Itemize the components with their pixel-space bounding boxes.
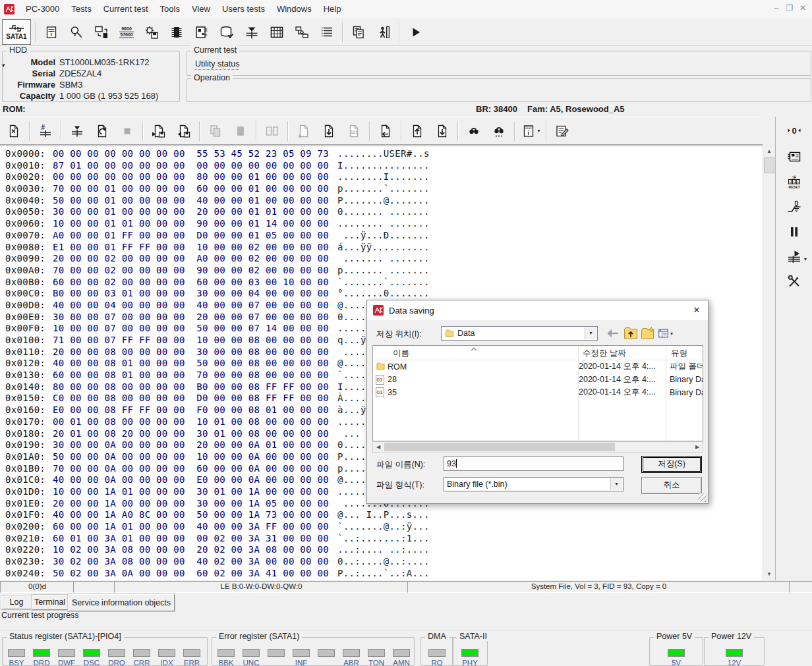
column-name[interactable]: 이름 xyxy=(393,348,409,359)
file-type-dropdown[interactable]: ▼ xyxy=(610,478,622,490)
numbers-icon[interactable]: 123 xyxy=(341,119,366,143)
hex-bytes[interactable]: E1 00 00 01 FF FF 00 00 10 00 00 02 00 0… xyxy=(53,242,329,254)
card-icon[interactable] xyxy=(783,146,805,167)
pause-icon[interactable] xyxy=(783,221,805,242)
up-folder-icon[interactable] xyxy=(623,325,639,341)
hex-bytes[interactable]: 30 00 00 0A 00 00 00 00 20 00 00 0A 01 0… xyxy=(53,439,329,451)
hex-bytes[interactable]: 60 00 00 1A 01 00 00 00 40 00 00 3A FF 0… xyxy=(53,521,329,533)
hex-ascii[interactable]: ...:.... ..:.... xyxy=(337,544,430,556)
view-menu-icon[interactable]: ▾ xyxy=(657,325,673,341)
send-icon[interactable] xyxy=(291,119,316,143)
compare-icon[interactable] xyxy=(260,119,285,143)
hex-bytes[interactable]: 20 00 00 02 00 00 00 00 A0 00 00 02 00 0… xyxy=(53,253,329,265)
object-info-icon[interactable]: 0110i▾ xyxy=(518,119,543,143)
hex-bytes[interactable]: E0 00 00 08 FF FF 00 00 F0 00 00 08 01 0… xyxy=(53,404,329,416)
table-icon[interactable] xyxy=(264,20,289,44)
address-columns-icon[interactable]: # xyxy=(33,119,58,143)
report-list-icon[interactable] xyxy=(314,20,339,44)
hex-ascii[interactable]: P.......@....... xyxy=(337,195,430,207)
find-next-icon[interactable] xyxy=(486,119,511,143)
hex-row[interactable]: 0x0020:00 00 00 00 00 00 00 00 80 00 00 … xyxy=(0,171,763,183)
hex-bytes[interactable]: 60 00 00 08 01 00 00 00 70 00 00 08 00 0… xyxy=(53,370,329,381)
hex-bytes[interactable]: 40 00 00 0A 00 00 00 00 E0 00 00 0A 00 0… xyxy=(53,474,329,486)
menu-item-current-test[interactable]: Current test xyxy=(98,0,154,18)
tab-log[interactable]: Log xyxy=(1,596,32,609)
next-object-icon[interactable] xyxy=(430,119,455,143)
hex-bytes[interactable]: 00 00 00 00 00 00 00 00 55 53 45 52 23 0… xyxy=(53,148,329,160)
column-type[interactable]: 유형 xyxy=(671,348,687,359)
hex-bytes[interactable]: 71 00 00 07 FF FF 00 00 10 00 00 08 00 0… xyxy=(53,335,329,347)
menu-item-tests[interactable]: Tests xyxy=(65,0,97,18)
lamp-icon[interactable] xyxy=(64,20,89,44)
hex-row[interactable]: 0x0210:60 01 00 3A 01 00 00 00 00 02 00 … xyxy=(0,533,763,545)
hex-ascii[interactable]: ...ÿ...Ð....... xyxy=(337,230,430,242)
hex-row[interactable]: 0x00B0:60 00 00 02 00 00 00 00 60 00 00 … xyxy=(0,277,763,289)
menu-item-users-tests[interactable]: Users tests xyxy=(216,0,271,18)
rom-chip-icon[interactable] xyxy=(164,20,189,44)
database-icon[interactable] xyxy=(214,20,239,44)
new-folder-icon[interactable] xyxy=(640,325,656,341)
back-icon[interactable] xyxy=(604,325,620,341)
column-date[interactable]: 수정한 날짜 xyxy=(583,348,626,359)
hex-bytes[interactable]: 30 00 00 01 00 00 00 00 20 00 00 01 01 0… xyxy=(53,206,329,218)
menu-item-tools[interactable]: Tools xyxy=(154,0,186,18)
menu-item-windows[interactable]: Windows xyxy=(271,0,318,18)
board-test-icon[interactable] xyxy=(189,20,214,44)
file-row-rom[interactable]: ROM2020-01-14 오후 4:...파일 폴더 xyxy=(373,360,703,374)
save-button[interactable]: 저장(S) xyxy=(641,456,702,473)
hex-bytes[interactable]: 70 00 00 0A 00 00 00 00 60 00 00 0A 00 0… xyxy=(53,463,329,475)
save-to-file-icon[interactable] xyxy=(146,119,171,143)
file-row-28[interactable]: 01282020-01-14 오후 4:...Binary Dat xyxy=(373,374,703,387)
hex-bytes[interactable]: 50 00 00 01 00 00 00 00 40 00 00 01 00 0… xyxy=(53,195,329,207)
hex-bytes[interactable]: 30 00 00 07 00 00 00 00 20 00 00 07 00 0… xyxy=(53,312,329,323)
file-name-input[interactable]: 93 xyxy=(444,457,624,471)
file-list-horizontal-scrollbar[interactable]: ◀ ▶ xyxy=(372,441,703,453)
edit-icon[interactable] xyxy=(550,119,575,143)
refresh-icon[interactable] xyxy=(90,119,115,143)
hex-ascii[interactable]: ....... ....... xyxy=(337,253,430,265)
menu-item-pc-3000[interactable]: PC-3000 xyxy=(20,0,65,18)
tab-terminal[interactable]: Terminal xyxy=(32,595,68,610)
scroll-down-button[interactable]: ▼ xyxy=(764,569,774,580)
hex-row[interactable]: 0x0050:30 00 00 01 00 00 00 00 20 00 00 … xyxy=(0,206,763,218)
export-icon[interactable] xyxy=(373,119,398,143)
hex-bytes[interactable]: 70 00 00 01 00 00 00 00 60 00 00 01 00 0… xyxy=(53,183,329,195)
hex-ascii[interactable]: 0..:....@..:.... xyxy=(337,556,430,568)
terminal-zero-icon[interactable]: 0 xyxy=(783,120,805,141)
cancel-button[interactable]: 취소 xyxy=(641,477,702,494)
hex-bytes[interactable]: 40 00 00 08 01 00 00 00 50 00 00 08 00 0… xyxy=(53,358,329,370)
hex-bytes[interactable]: 70 00 00 02 00 00 00 00 90 00 00 02 00 0… xyxy=(53,265,329,277)
view-menu-icon-caret[interactable]: ▾ xyxy=(670,331,673,337)
hex-bytes[interactable]: A0 00 00 01 FF 00 00 00 D0 00 00 01 05 0… xyxy=(53,230,329,242)
exit-person-icon[interactable] xyxy=(371,20,396,44)
hex-bytes[interactable]: 10 00 00 1A 01 00 00 00 30 01 00 1A 00 0… xyxy=(53,486,329,498)
dialog-title-bar[interactable]: Data saving ✕ xyxy=(367,300,708,320)
file-row-35[interactable]: 01352020-01-14 오후 4:...Binary Dat xyxy=(373,386,703,399)
file-list[interactable]: 이름 수정한 날짜 유형 ROM2020-01-14 오후 4:...파일 폴더… xyxy=(372,345,703,441)
hex-ascii[interactable]: °.......0....... xyxy=(337,288,430,300)
hex-bytes[interactable]: 50 02 00 3A 0A 00 00 00 60 02 00 3A 41 0… xyxy=(53,568,329,580)
hex-bytes[interactable]: 20 00 00 1A 00 00 00 00 30 00 00 1A 05 0… xyxy=(53,498,329,510)
hex-row[interactable]: 0x00A0:70 00 00 02 00 00 00 00 90 00 00 … xyxy=(0,265,763,277)
hex-ascii[interactable]: `.......`....... xyxy=(337,277,430,289)
close-object-icon[interactable] xyxy=(1,119,26,143)
hex-bytes[interactable]: 00 00 00 00 00 00 00 00 80 00 00 01 00 0… xyxy=(53,171,329,183)
hex-bytes[interactable]: 10 00 00 01 01 00 00 00 90 00 00 01 14 0… xyxy=(53,218,329,230)
start-tests-icon[interactable] xyxy=(783,246,805,267)
menu-item-view[interactable]: View xyxy=(186,0,216,18)
save-location-dropdown[interactable]: ▼ xyxy=(585,327,596,339)
hex-vertical-scrollbar[interactable]: ▲ ▼ xyxy=(763,146,775,580)
hex-row[interactable]: 0x0000:00 00 00 00 00 00 00 00 55 53 45 … xyxy=(0,148,763,160)
find-icon[interactable] xyxy=(461,119,486,143)
paste-icon[interactable] xyxy=(228,119,253,143)
copy-windows-icon[interactable] xyxy=(346,20,371,44)
hex-ascii[interactable]: ........I....... xyxy=(337,171,430,183)
terminal-swap-icon[interactable] xyxy=(89,20,114,44)
hex-row[interactable]: 0x0230:30 02 00 3A 08 00 00 00 40 02 00 … xyxy=(0,556,763,568)
hex-row[interactable]: 0x0040:50 00 00 01 00 00 00 00 40 00 00 … xyxy=(0,195,763,207)
run-icon[interactable] xyxy=(403,20,428,44)
hex-row[interactable]: 0x0090:20 00 00 02 00 00 00 00 A0 00 00 … xyxy=(0,253,763,265)
resize-grip[interactable] xyxy=(698,493,707,502)
hex-bytes[interactable]: C0 00 00 08 00 00 00 00 D0 00 00 08 FF F… xyxy=(53,393,329,404)
hex-bytes[interactable]: 30 02 00 3A 08 00 00 00 40 02 00 3A 00 0… xyxy=(53,556,329,568)
